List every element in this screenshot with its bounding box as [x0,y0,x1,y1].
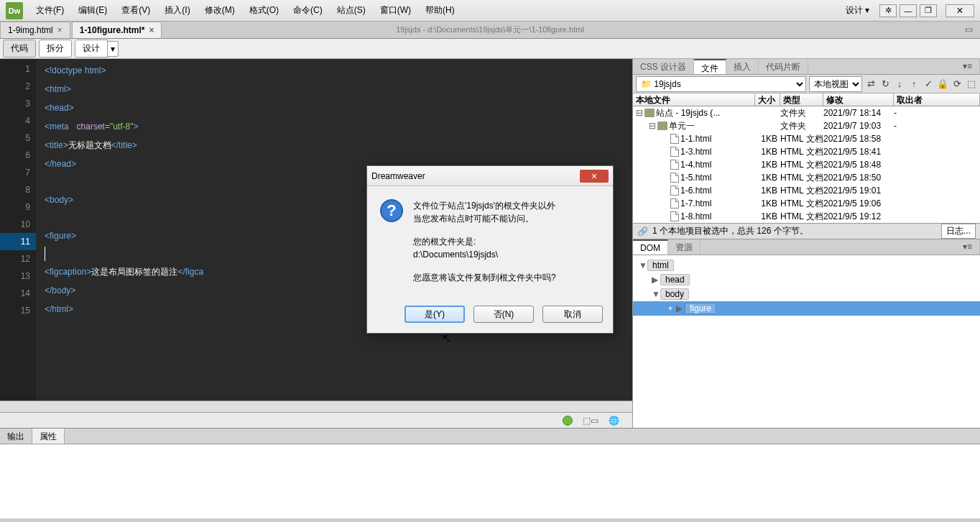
confirm-dialog: Dreamweaver × ? 文件位于站点'19jsjds'的根文件夹以外当您… [366,165,614,334]
dom-node[interactable]: +▶figure [633,301,980,316]
menu-help[interactable]: 帮助(H) [418,1,462,19]
sync-icon[interactable]: ⟳ [951,78,963,90]
menu-insert[interactable]: 插入(I) [157,1,197,19]
code-view-button[interactable]: 代码 [3,40,36,58]
header-size[interactable]: 大小 [755,93,780,106]
menu-file[interactable]: 文件(F) [29,1,71,19]
file-row[interactable]: 1-6.html1KBHTML 文档2021/9/5 19:01 [633,184,980,197]
tab-insert[interactable]: 插入 [726,59,759,74]
document-path: 19jsjds - d:\Documents\19jsjds\单元一\1-10f… [396,24,584,35]
log-button[interactable]: 日志... [941,224,976,239]
file-row[interactable]: 1-7.html1KBHTML 文档2021/9/5 19:06 [633,197,980,210]
file-icon [670,186,679,196]
tab-assets[interactable]: 资源 [668,239,701,255]
add-node-button[interactable]: + [665,303,676,313]
menubar: Dw 文件(F) 编辑(E) 查看(V) 插入(I) 修改(M) 格式(O) 命… [0,0,980,22]
close-icon[interactable]: × [57,25,63,35]
tab-snippets[interactable]: 代码片断 [759,59,808,74]
checkin-icon[interactable]: 🔒 [937,78,948,90]
tab-dom[interactable]: DOM [633,239,668,255]
menu-format[interactable]: 格式(O) [242,1,286,19]
dialog-title-text: Dreamweaver [371,171,425,181]
dialog-close-button[interactable]: × [580,170,609,183]
menu-site[interactable]: 站点(S) [330,1,373,19]
file-tree[interactable]: ⊟站点 - 19jsjds (...文件夹2021/9/7 18:14-⊟单元一… [633,106,980,223]
dialog-message: 文件位于站点'19jsjds'的根文件夹以外当您发布站点时可能不能访问。 您的根… [413,199,600,294]
link-icon[interactable]: 🔗 [637,226,648,237]
tab-css-designer[interactable]: CSS 设计器 [633,59,694,74]
settings-icon[interactable]: ✲ [879,4,897,17]
dom-node[interactable]: ▼html [633,258,980,273]
doc-tab-2-label: 1-10figure.html* [80,25,145,35]
maximize-button[interactable]: ❐ [920,4,937,17]
close-icon[interactable]: × [149,25,154,35]
horizontal-scrollbar[interactable] [0,400,632,412]
expand-panel-icon[interactable]: ⬚ [966,78,977,90]
file-row[interactable]: 1-5.html1KBHTML 文档2021/9/5 18:50 [633,171,980,184]
menu-edit[interactable]: 编辑(E) [71,1,114,19]
menu-window[interactable]: 窗口(W) [373,1,418,19]
menu-commands[interactable]: 命令(C) [286,1,330,19]
file-row[interactable]: 1-4.html1KBHTML 文档2021/9/5 18:48 [633,158,980,171]
checkout-icon[interactable]: ✓ [923,78,934,90]
editor-status-bar: ⬚▭ 🌐 [0,412,632,428]
menu-view[interactable]: 查看(V) [114,1,157,19]
file-row[interactable]: ⊟站点 - 19jsjds (...文件夹2021/9/7 18:14- [633,106,980,119]
files-status-text: 1 个本地项目被选中，总共 126 个字节。 [652,225,937,237]
file-row[interactable]: 1-8.html1KBHTML 文档2021/9/5 19:12 [633,210,980,223]
expand-icon[interactable]: ▭ [965,24,973,35]
put-icon[interactable]: ↑ [908,78,920,90]
dialog-titlebar[interactable]: Dreamweaver × [367,166,613,186]
yes-button[interactable]: 是(Y) [405,306,465,323]
view-bar: 代码 拆分 设计 ▾ [0,39,980,59]
tab-properties[interactable]: 属性 [32,429,65,444]
split-view-button[interactable]: 拆分 [39,40,72,58]
dom-node[interactable]: ▼body [633,287,980,301]
bottom-panel: 输出 属性 [0,428,980,518]
file-icon [670,147,679,157]
file-row[interactable]: 1-3.html1KBHTML 文档2021/9/5 18:41 [633,145,980,158]
question-icon: ? [380,199,403,222]
files-toolbar: 📁 19jsjds 本地视图 ⇄ ↻ ↓ ↑ ✓ 🔒 ⟳ ⬚ [633,75,980,93]
doc-tab-1-label: 1-9img.html [8,25,53,35]
panel-tabs: CSS 设计器 文件 插入 代码片断 ▾≡ [633,59,980,75]
design-dropdown-icon[interactable]: ▾ [108,41,119,57]
files-status: 🔗 1 个本地项目被选中，总共 126 个字节。 日志... [633,223,980,239]
design-view-button[interactable]: 设计 [75,40,108,58]
menu-modify[interactable]: 修改(M) [198,1,242,19]
workspace-menu[interactable]: 设计 ▾ [838,1,877,19]
close-button[interactable]: × [946,4,974,17]
doc-tab-1[interactable]: 1-9img.html × [0,22,70,38]
folder-icon [657,122,667,130]
panel-menu-icon[interactable]: ▾≡ [956,59,980,74]
minimize-button[interactable]: — [900,4,917,17]
sync-ok-icon [563,416,573,426]
device-preview-icon[interactable]: ⬚▭ [583,416,598,426]
connect-icon[interactable]: ⇄ [865,78,877,90]
cancel-button[interactable]: 取消 [542,306,603,323]
dom-node[interactable]: ▶head [633,273,980,287]
file-icon [670,198,679,209]
globe-icon[interactable]: 🌐 [609,416,619,426]
dom-tree[interactable]: ▼html▶head▼body+▶figure [633,255,980,428]
view-select[interactable]: 本地视图 [809,76,862,92]
tab-output[interactable]: 输出 [0,429,32,444]
header-checkedout[interactable]: 取出者 [894,93,980,106]
header-modified[interactable]: 修改 [823,93,894,106]
get-icon[interactable]: ↓ [894,78,905,90]
dom-panel: DOM 资源 ▾≡ ▼html▶head▼body+▶figure [633,239,980,428]
header-name[interactable]: 本地文件 [633,93,755,106]
line-gutter: 123456789101112131415 [0,59,36,400]
dom-menu-icon[interactable]: ▾≡ [956,239,980,255]
file-headers: 本地文件 大小 类型 修改 取出者 [633,93,980,106]
doc-tab-2[interactable]: 1-10figure.html* × [72,22,162,38]
file-row[interactable]: 1-1.html1KBHTML 文档2021/9/5 18:58 [633,132,980,145]
refresh-icon[interactable]: ↻ [879,78,891,90]
right-panel: CSS 设计器 文件 插入 代码片断 ▾≡ 📁 19jsjds 本地视图 ⇄ ↻… [632,59,980,428]
file-row[interactable]: ⊟单元一文件夹2021/9/7 19:03- [633,119,980,132]
file-icon [670,160,679,170]
site-select[interactable]: 📁 19jsjds [636,76,806,92]
no-button[interactable]: 否(N) [473,306,534,323]
tab-files[interactable]: 文件 [694,59,726,74]
header-type[interactable]: 类型 [780,93,823,106]
